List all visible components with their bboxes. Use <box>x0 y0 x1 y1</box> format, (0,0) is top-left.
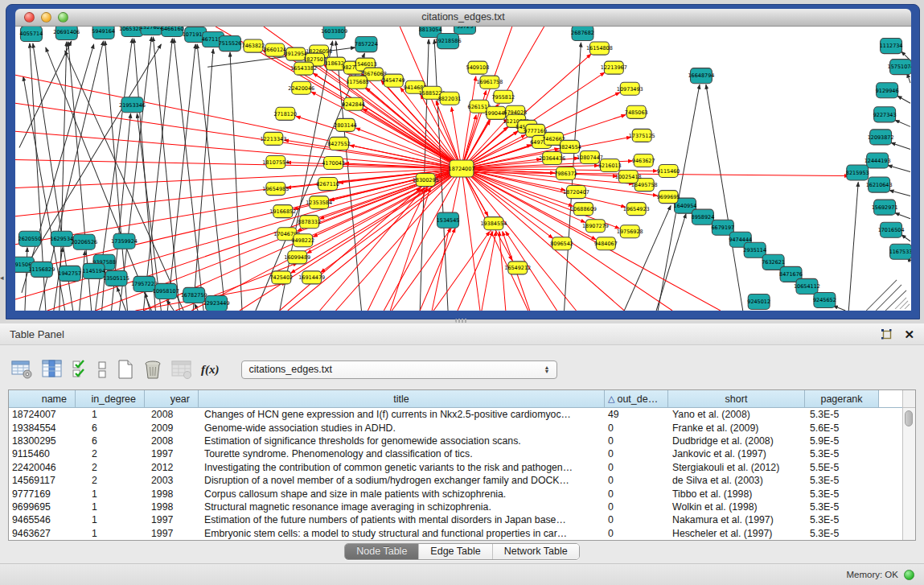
table-cell[interactable]: 1 <box>76 528 145 539</box>
graph-edge-red[interactable] <box>433 232 490 311</box>
table-cell[interactable]: 2009 <box>145 422 199 434</box>
graph-edge-black[interactable] <box>19 41 72 147</box>
graph-node[interactable]: 18720407 <box>563 186 589 199</box>
graph-node[interactable]: 3175685 <box>346 76 369 89</box>
graph-node[interactable]: 12093872 <box>868 130 894 145</box>
graph-edge-black[interactable] <box>897 96 910 103</box>
graph-node[interactable]: 4055714 <box>20 27 43 42</box>
table-row[interactable]: 911546021997Tourette syndrome. Phenomeno… <box>9 447 915 460</box>
graph-node[interactable]: 8660124 <box>263 43 286 56</box>
column-display-icon[interactable] <box>42 359 63 380</box>
graph-node[interactable]: 16543382 <box>290 62 317 75</box>
graph-edge-red[interactable] <box>363 109 462 169</box>
table-cell[interactable]: Changes of HCN gene expression and I(f) … <box>199 409 605 420</box>
table-cell[interactable]: 2012 <box>145 462 199 473</box>
table-vertical-scrollbar[interactable] <box>902 408 915 540</box>
graph-node[interactable]: 8215953 <box>846 165 869 180</box>
graph-node[interactable]: 8096542 <box>550 237 573 250</box>
table-cell[interactable]: 1 <box>76 488 145 500</box>
graph-edge-black[interactable] <box>197 44 225 311</box>
graph-node[interactable]: 17016504 <box>878 222 905 237</box>
table-cell[interactable]: 0 <box>605 462 668 473</box>
column-header-out_de[interactable]: △out_de… <box>605 390 668 408</box>
graph-node[interactable]: 12444193 <box>864 153 891 168</box>
table-cell[interactable]: Investigating the contribution of common… <box>199 462 605 473</box>
graph-node[interactable]: 4170043 <box>322 156 345 169</box>
table-cell[interactable]: 0 <box>605 435 668 447</box>
graph-node[interactable]: 8454749 <box>382 74 405 87</box>
table-cell[interactable]: 0 <box>605 475 668 486</box>
row-height-icon[interactable] <box>97 359 108 380</box>
graph-node[interactable]: 16033809 <box>321 27 347 39</box>
graph-edge-black[interactable] <box>866 280 897 311</box>
table-cell[interactable]: 2003 <box>145 475 199 486</box>
network-canvas-container[interactable]: 1872400740557142069140659491641065328715… <box>15 27 911 311</box>
table-cell[interactable]: 5.6E-5 <box>805 422 879 434</box>
graph-node[interactable]: 5409108 <box>466 61 490 74</box>
table-row[interactable]: 1872400712008Changes of HCN gene express… <box>9 408 915 421</box>
graph-edge-black[interactable] <box>706 84 743 311</box>
graph-node[interactable]: 15751074 <box>888 60 911 75</box>
canvas-resize-grip[interactable] <box>905 304 910 309</box>
table-cell[interactable]: 0 <box>605 448 668 459</box>
table-cell[interactable]: 0 <box>605 501 668 513</box>
graph-node[interactable]: 1167533 <box>889 244 911 259</box>
table-cell[interactable]: 9463627 <box>9 528 76 539</box>
table-cell[interactable]: 0 <box>605 488 668 500</box>
tab-node-table[interactable]: Node Table <box>345 544 418 559</box>
graph-node[interactable]: 9498222 <box>291 234 314 247</box>
graph-node[interactable]: 22420046 <box>288 81 314 94</box>
table-cell[interactable]: 5.3E-5 <box>805 514 879 525</box>
table-settings-icon[interactable] <box>11 359 33 380</box>
column-header-name[interactable]: name <box>9 390 76 408</box>
graph-node[interactable]: 7515526 <box>219 36 242 51</box>
graph-node[interactable]: 13505115 <box>103 270 129 286</box>
graph-edge-black[interactable] <box>891 142 910 149</box>
table-cell[interactable]: 2 <box>76 475 145 486</box>
graph-edge-black[interactable] <box>901 235 910 241</box>
trash-icon[interactable] <box>143 359 162 380</box>
memory-ok-indicator[interactable] <box>904 570 914 580</box>
graph-edge-red[interactable] <box>458 232 493 311</box>
graph-node[interactable]: 6216013 <box>598 159 622 171</box>
table-cell[interactable]: 14569117 <box>9 475 76 486</box>
graph-node[interactable]: 3824554 <box>558 140 581 153</box>
network-view-window[interactable]: citations_edges.txt 18724007405571420691… <box>6 4 920 319</box>
tab-network-table[interactable]: Network Table <box>492 544 579 559</box>
graph-edge-black[interactable] <box>895 213 910 219</box>
table-row[interactable]: 2242004622012Investigating the contribut… <box>9 461 915 474</box>
graph-node[interactable]: 1145194 <box>82 263 105 278</box>
select-columns-icon[interactable] <box>72 359 88 380</box>
graph-edge-black[interactable] <box>80 251 85 311</box>
graph-edge-red[interactable] <box>175 263 297 311</box>
table-cell[interactable]: 0 <box>605 514 668 525</box>
network-canvas[interactable]: 1872400740557142069140659491641065328715… <box>15 27 911 311</box>
float-window-icon[interactable] <box>880 328 893 340</box>
graph-node[interactable]: 19654985 <box>262 183 289 196</box>
table-cell[interactable]: 1 <box>76 409 145 420</box>
graph-node[interactable]: 19384554 <box>480 217 507 230</box>
column-header-pagerank[interactable]: pagerank <box>805 390 879 408</box>
table-cell[interactable]: 18300295 <box>9 435 76 447</box>
graph-node[interactable]: 9242844 <box>342 97 365 110</box>
graph-edge-black[interactable] <box>624 206 671 311</box>
graph-node[interactable]: 17375125 <box>629 129 655 142</box>
graph-edge-black[interactable] <box>895 120 910 126</box>
table-cell[interactable]: Jankovic et al. (1997) <box>668 448 805 459</box>
graph-node[interactable]: 9699695 <box>657 191 680 204</box>
table-cell[interactable]: 5.3E-5 <box>805 448 879 459</box>
table-cell[interactable]: 5.3E-5 <box>805 501 879 513</box>
table-cell[interactable]: 9777169 <box>9 488 76 500</box>
table-row[interactable]: 946554611997Estimation of the future num… <box>9 513 915 526</box>
graph-node[interactable]: 7986372 <box>554 167 577 179</box>
column-header-short[interactable]: short <box>668 390 805 408</box>
graph-node[interactable]: 1534545 <box>437 212 460 228</box>
tab-edge-table[interactable]: Edge Table <box>418 544 491 559</box>
graph-node[interactable]: 10973493 <box>617 82 643 95</box>
graph-edge-black[interactable] <box>833 306 845 311</box>
graph-edge-black[interactable] <box>143 39 172 311</box>
table-cell[interactable]: 2008 <box>145 409 199 420</box>
graph-node[interactable]: 7463822 <box>242 39 265 52</box>
new-document-icon[interactable] <box>117 359 134 380</box>
table-row[interactable]: 1830029562008Estimation of significance … <box>9 435 915 447</box>
